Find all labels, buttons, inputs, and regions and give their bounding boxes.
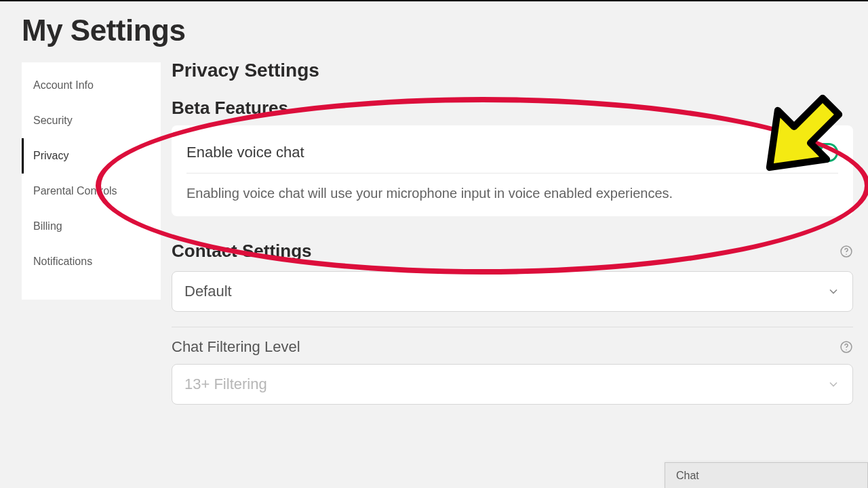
- help-icon[interactable]: [840, 340, 853, 354]
- voice-chat-toggle-label: Enable voice chat: [186, 144, 304, 161]
- contact-settings-select[interactable]: Default: [172, 271, 853, 312]
- chat-filtering-label: Chat Filtering Level: [172, 338, 300, 356]
- chat-filtering-value: 13+ Filtering: [184, 375, 267, 393]
- settings-sidebar: Account Info Security Privacy Parental C…: [22, 62, 161, 300]
- chevron-down-icon: [827, 378, 840, 391]
- chat-tab-label: Chat: [676, 470, 699, 482]
- divider: [172, 327, 853, 327]
- sidebar-item-security[interactable]: Security: [22, 103, 161, 138]
- help-icon[interactable]: [840, 245, 853, 258]
- sidebar-item-notifications[interactable]: Notifications: [22, 244, 161, 279]
- sidebar-item-account-info[interactable]: Account Info: [22, 68, 161, 103]
- contact-settings-value: Default: [184, 283, 232, 300]
- chevron-down-icon: [827, 285, 840, 298]
- page-title: My Settings: [0, 1, 868, 60]
- annotation-arrow-icon: [741, 81, 856, 199]
- sidebar-item-privacy[interactable]: Privacy: [22, 138, 161, 174]
- settings-main: Privacy Settings Beta Features Enable vo…: [172, 60, 868, 405]
- contact-settings-heading: Contact Settings: [172, 241, 312, 262]
- svg-point-3: [846, 349, 847, 350]
- svg-point-1: [846, 253, 847, 255]
- sidebar-item-parental-controls[interactable]: Parental Controls: [22, 174, 161, 209]
- chat-filtering-select[interactable]: 13+ Filtering: [172, 364, 853, 405]
- sidebar-item-billing[interactable]: Billing: [22, 209, 161, 244]
- chat-tab[interactable]: Chat: [665, 462, 868, 488]
- privacy-settings-heading: Privacy Settings: [172, 60, 853, 81]
